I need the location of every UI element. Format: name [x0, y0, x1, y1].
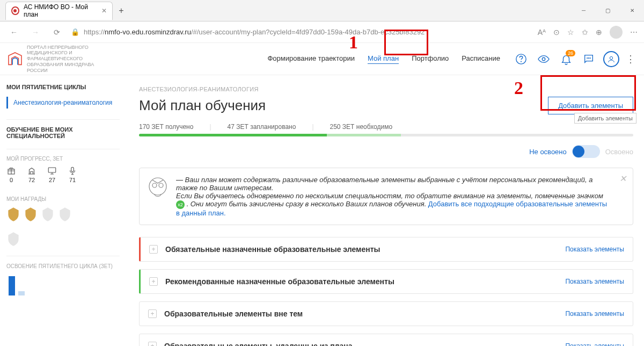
show-elements-link[interactable]: Показать элементы: [565, 342, 624, 346]
award-badge-gold: [6, 206, 20, 222]
refresh-button[interactable]: ⟳: [49, 25, 64, 40]
tab-title: АС НМИФО ВО - Мой план: [24, 3, 97, 18]
award-badge-empty: [6, 231, 20, 247]
progress-item-gift: 0: [6, 166, 16, 183]
award-badge-empty: [41, 206, 55, 222]
chat-icon[interactable]: [581, 51, 597, 67]
svg-point-5: [590, 57, 590, 58]
top-nav: Формирование траектории Мой план Портфол…: [267, 54, 500, 64]
app-logo: [6, 51, 24, 68]
close-window-button[interactable]: ✕: [620, 0, 644, 21]
add-elements-button[interactable]: Добавить элементы: [548, 97, 633, 114]
progress-item-mic: 71: [68, 166, 77, 183]
progress-item-building: 72: [27, 166, 36, 183]
progress-item-monitor: 27: [47, 166, 57, 183]
svg-point-10: [149, 178, 166, 195]
section-removed[interactable]: + Образовательные элементы, удаленные из…: [139, 334, 633, 346]
svg-point-2: [542, 57, 545, 61]
show-elements-link[interactable]: Показать элементы: [565, 310, 624, 318]
eye-icon[interactable]: [536, 51, 552, 67]
app-logo-text: портал непрерывного медицинского и фарма…: [27, 45, 102, 74]
user-profile-icon[interactable]: [603, 51, 619, 67]
expand-icon[interactable]: +: [148, 342, 157, 346]
favicon: [11, 6, 19, 15]
sidebar-mastery-heading: ОСВОЕНИЕ ПЯТИЛЕТНЕГО ЦИКЛА (ЗЕТ): [6, 263, 120, 270]
toggle-label-off: Освоено: [605, 148, 633, 156]
expand-icon[interactable]: +: [149, 245, 158, 254]
nav-portfolio[interactable]: Портфолио: [412, 54, 449, 64]
header-actions: 26 ⋮: [513, 51, 635, 67]
sidebar-cycle-anesthesiology[interactable]: Анестезиология-реаниматология: [6, 97, 120, 109]
back-button[interactable]: ←: [6, 25, 21, 40]
owl-icon: [147, 176, 169, 217]
browser-tab[interactable]: АС НМИФО ВО - Мой план ✕: [5, 2, 113, 20]
toggle-label-on: Не освоено: [529, 148, 567, 156]
info-line-2b: . Они могут быть зачислены сразу в неско…: [187, 200, 428, 208]
read-aloud-icon[interactable]: ☆: [567, 28, 574, 37]
app-menu-icon[interactable]: ⋮: [626, 53, 635, 65]
nav-my-plan[interactable]: Мой план: [368, 54, 399, 64]
browser-titlebar: АС НМИФО ВО - Мой план ✕ + ─ ▢ ✕: [0, 0, 644, 21]
collections-icon[interactable]: ⊕: [596, 28, 602, 37]
page-title: Мой план обучения: [139, 97, 266, 114]
lock-icon: 🔒: [71, 28, 79, 36]
notif-badge: 26: [566, 50, 575, 56]
svg-point-4: [589, 57, 589, 58]
info-line-2a: Если Вы обучаетесь одновременно по неско…: [176, 192, 603, 200]
info-line-1: — Ваш план может содержать различные обр…: [176, 176, 612, 192]
show-elements-link[interactable]: Показать элементы: [565, 246, 624, 253]
url-input[interactable]: 🔒 https://nmfo-vo.edu.rosminzdrav.ru/#/u…: [71, 28, 531, 36]
tab-close-icon[interactable]: ✕: [101, 7, 107, 15]
award-badge-empty: [58, 206, 72, 222]
url-host: nmfo-vo.edu.rosminzdrav.ru: [105, 28, 191, 36]
section-outside-themes[interactable]: + Образовательные элементы вне тем Показ…: [139, 301, 633, 326]
show-elements-link[interactable]: Показать элементы: [565, 278, 624, 285]
zet-stats: 170 ЗЕТ получено | 47 ЗЕТ запланировано …: [139, 123, 633, 131]
expand-icon[interactable]: +: [149, 277, 158, 286]
close-info-icon[interactable]: ✕: [619, 174, 626, 184]
x2-badge: x2: [176, 200, 185, 209]
favorites-icon[interactable]: ✩: [582, 28, 588, 37]
sidebar-progress-heading: МОЙ ПРОГРЕСС, ЗЕТ: [6, 156, 120, 162]
section-recommended[interactable]: + Рекомендованные назначенные образовате…: [139, 269, 633, 294]
new-tab-button[interactable]: +: [113, 6, 130, 16]
nav-formation[interactable]: Формирование траектории: [267, 54, 355, 64]
svg-point-3: [587, 57, 588, 58]
info-card: — Ваш план может содержать различные обр…: [139, 168, 633, 225]
minimize-button[interactable]: ─: [572, 0, 596, 21]
address-bar: ← → ⟳ 🔒 https://nmfo-vo.edu.rosminzdrav.…: [0, 21, 644, 43]
help-icon[interactable]: [513, 51, 529, 67]
mastery-bar-chart: [9, 274, 120, 295]
mastery-toggle: Не освоено Освоено: [139, 145, 633, 158]
app-header: портал непрерывного медицинского и фарма…: [0, 43, 644, 75]
toggle-switch[interactable]: [572, 145, 600, 158]
maximize-button[interactable]: ▢: [596, 0, 620, 21]
add-elements-tooltip: Добавить элементы: [574, 113, 636, 124]
sidebar-outside-heading[interactable]: ОБУЧЕНИЕ ВНЕ МОИХ СПЕЦИАЛЬНОСТЕЙ: [6, 126, 120, 139]
svg-rect-8: [48, 168, 56, 172]
svg-point-1: [521, 61, 522, 62]
awards-row-2: [6, 231, 120, 247]
expand-icon[interactable]: +: [148, 309, 157, 318]
sidebar-cycles-heading: МОИ ПЯТИЛЕТНИЕ ЦИКЛЫ: [6, 84, 120, 90]
specialty-label: АНЕСТЕЗИОЛОГИЯ-РЕАНИМАТОЛОГИЯ: [139, 86, 633, 92]
awards-row: [6, 206, 120, 222]
zet-required: 250 ЗЕТ необходимо: [330, 123, 393, 131]
nav-schedule[interactable]: Расписание: [462, 54, 500, 64]
url-path: /#/user-account/my-plan?cycleId=4fd97dd0…: [191, 28, 425, 36]
forward-button[interactable]: →: [28, 25, 43, 40]
window-controls: ─ ▢ ✕: [572, 0, 644, 21]
svg-point-6: [610, 56, 612, 59]
progress-stats: 0 72 27 71: [6, 166, 120, 183]
text-size-icon[interactable]: Aᴬ: [538, 28, 546, 37]
search-icon[interactable]: ⊙: [553, 28, 560, 37]
more-icon[interactable]: ⋯: [630, 28, 638, 37]
section-mandatory[interactable]: + Обязательные назначенные образовательн…: [139, 237, 633, 262]
browser-profile[interactable]: [610, 26, 623, 39]
svg-rect-9: [71, 167, 74, 171]
content-area: АНЕСТЕЗИОЛОГИЯ-РЕАНИМАТОЛОГИЯ Мой план о…: [126, 75, 644, 346]
zet-earned: 170 ЗЕТ получено: [139, 123, 193, 131]
sidebar: МОИ ПЯТИЛЕТНИЕ ЦИКЛЫ Анестезиология-реан…: [0, 75, 126, 346]
bell-icon[interactable]: 26: [558, 51, 574, 67]
svg-point-11: [152, 183, 157, 188]
